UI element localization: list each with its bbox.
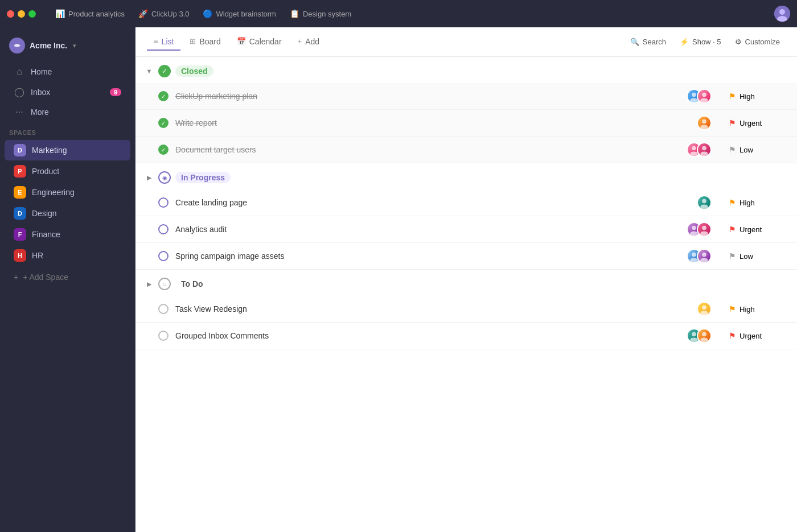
toolbar-tab-add[interactable]: +Add xyxy=(291,34,327,51)
svg-point-1 xyxy=(779,9,785,15)
flag-icon: ⚑ xyxy=(729,145,736,154)
svg-point-11 xyxy=(690,151,698,156)
add-space-label: + Add Space xyxy=(23,273,68,282)
calendar-tab-label: Calendar xyxy=(249,37,282,46)
maximize-button[interactable] xyxy=(28,10,36,18)
tab-icon: 🚀 xyxy=(138,9,148,18)
priority-label: Low xyxy=(740,146,753,154)
task-name: Document target users xyxy=(175,145,687,154)
task-checkbox[interactable] xyxy=(158,304,169,314)
show-button[interactable]: ⚡ Show · 5 xyxy=(674,34,727,50)
task-checkbox[interactable]: ✓ xyxy=(158,145,169,155)
task-checkbox[interactable] xyxy=(158,197,169,208)
task-checkbox[interactable]: ✓ xyxy=(158,91,169,101)
svg-point-17 xyxy=(690,231,698,236)
priority-label: Urgent xyxy=(740,332,762,340)
nav-label: Inbox xyxy=(31,88,50,97)
svg-point-26 xyxy=(692,332,696,337)
table-row[interactable]: ⋮⋮ Grouped Inbox Comments ⚑ Urgent xyxy=(135,323,797,349)
sidebar-item-product[interactable]: PProduct xyxy=(5,161,130,182)
workspace-name: Acme Inc. xyxy=(30,41,67,50)
task-priority[interactable]: ⚑ Urgent xyxy=(729,118,786,127)
sidebar-item-hr[interactable]: HHR xyxy=(5,245,130,266)
table-row[interactable]: ⋮⋮ ✓ Document target users ⚑ Low xyxy=(135,137,797,163)
section-header-inprogress[interactable]: ▶ ◉ In Progress xyxy=(135,163,797,189)
toolbar-tab-board[interactable]: ⊞Board xyxy=(183,34,227,51)
close-button[interactable] xyxy=(7,10,14,18)
main-layout: Acme Inc. ▾ ⌂Home◯Inbox9···More Spaces D… xyxy=(0,27,797,532)
filter-icon: ⚡ xyxy=(680,38,689,46)
task-name: Spring campaign image assets xyxy=(175,251,687,261)
workspace-header[interactable]: Acme Inc. ▾ xyxy=(0,34,135,61)
sidebar-item-engineering[interactable]: EEngineering xyxy=(5,182,130,203)
sidebar: Acme Inc. ▾ ⌂Home◯Inbox9···More Spaces D… xyxy=(0,27,135,532)
table-row[interactable]: ⋮⋮ Task View Redesign ⚑ High xyxy=(135,296,797,323)
add-space-button[interactable]: + + Add Space xyxy=(5,269,130,286)
nav-item-inbox[interactable]: ◯Inbox9 xyxy=(5,82,130,102)
nav-item-more[interactable]: ···More xyxy=(5,102,130,122)
tab-clickup-3[interactable]: 🚀ClickUp 3.0 xyxy=(133,7,195,20)
space-dot-engineering: E xyxy=(14,186,26,199)
svg-point-28 xyxy=(702,332,706,337)
section-label-inprogress: In Progress xyxy=(175,172,231,183)
tab-icon: 🔵 xyxy=(203,9,212,18)
section-header-todo[interactable]: ▶ ○ To Do xyxy=(135,270,797,296)
task-priority[interactable]: ⚑ Urgent xyxy=(729,225,786,234)
section-toggle-closed[interactable]: ▼ xyxy=(145,68,154,75)
user-avatar[interactable] xyxy=(774,6,790,22)
table-row[interactable]: ⋮⋮ Spring campaign image assets ⚑ Low xyxy=(135,243,797,270)
minimize-button[interactable] xyxy=(18,10,25,18)
flag-icon: ⚑ xyxy=(729,251,736,261)
board-tab-label: Board xyxy=(199,37,220,46)
space-label-product: Product xyxy=(32,167,59,176)
task-list: ▼ ✓ Closed ⋮⋮ ✓ ClickUp marketing plan ⚑… xyxy=(135,57,797,532)
nav-item-home[interactable]: ⌂Home xyxy=(5,62,130,81)
table-row[interactable]: ⋮⋮ Create landing page ⚑ High xyxy=(135,189,797,216)
search-button[interactable]: 🔍 Search xyxy=(625,34,672,50)
section-toggle-todo[interactable]: ▶ xyxy=(145,281,154,288)
svg-point-19 xyxy=(700,231,708,236)
tab-widget-brainstorm[interactable]: 🔵Widget brainstorm xyxy=(197,7,281,20)
inprogress-status-icon: ◉ xyxy=(158,171,171,184)
svg-point-25 xyxy=(700,311,708,315)
task-assignees xyxy=(687,222,712,237)
customize-button[interactable]: ⚙ Customize xyxy=(729,34,786,50)
table-row[interactable]: ⋮⋮ Analytics audit ⚑ Urgent xyxy=(135,216,797,243)
svg-point-13 xyxy=(700,151,708,156)
toolbar-tab-calendar[interactable]: 📅Calendar xyxy=(230,34,289,51)
task-checkbox[interactable]: ✓ xyxy=(158,118,169,128)
sidebar-item-marketing[interactable]: DMarketing xyxy=(5,140,130,160)
content-area: ≡List⊞Board📅Calendar+Add 🔍 Search ⚡ Show… xyxy=(135,27,797,532)
todo-status-icon: ○ xyxy=(158,278,171,290)
section-toggle-inprogress[interactable]: ▶ xyxy=(145,174,154,182)
sidebar-item-design[interactable]: DDesign xyxy=(5,203,130,224)
tab-label: Design system xyxy=(303,10,351,18)
table-row[interactable]: ⋮⋮ ✓ Write report ⚑ Urgent xyxy=(135,110,797,137)
section-header-closed[interactable]: ▼ ✓ Closed xyxy=(135,57,797,83)
task-priority[interactable]: ⚑ Low xyxy=(729,251,786,261)
tab-label: Widget brainstorm xyxy=(216,10,276,18)
sidebar-item-finance[interactable]: FFinance xyxy=(5,224,130,245)
search-label: Search xyxy=(643,38,666,46)
svg-point-21 xyxy=(690,258,698,262)
tab-product-analytics[interactable]: 📊Product analytics xyxy=(50,7,130,20)
titlebar: 📊Product analytics🚀ClickUp 3.0🔵Widget br… xyxy=(0,0,797,27)
space-label-finance: Finance xyxy=(32,230,60,239)
svg-point-16 xyxy=(692,226,696,230)
task-priority[interactable]: ⚑ Urgent xyxy=(729,331,786,340)
task-priority[interactable]: ⚑ High xyxy=(729,92,786,101)
task-checkbox[interactable] xyxy=(158,331,169,341)
flag-icon: ⚑ xyxy=(729,92,736,101)
task-checkbox[interactable] xyxy=(158,224,169,234)
svg-point-22 xyxy=(702,253,706,257)
table-row[interactable]: ⋮⋮ ✓ ClickUp marketing plan ⚑ High xyxy=(135,83,797,110)
task-priority[interactable]: ⚑ High xyxy=(729,198,786,207)
priority-label: Urgent xyxy=(740,119,762,127)
tab-design-system[interactable]: 📋Design system xyxy=(284,7,357,20)
flag-icon: ⚑ xyxy=(729,331,736,340)
toolbar-tab-list[interactable]: ≡List xyxy=(147,34,180,51)
task-priority[interactable]: ⚑ Low xyxy=(729,145,786,154)
task-priority[interactable]: ⚑ High xyxy=(729,304,786,314)
chevron-down-icon: ▾ xyxy=(73,42,76,50)
task-checkbox[interactable] xyxy=(158,251,169,261)
